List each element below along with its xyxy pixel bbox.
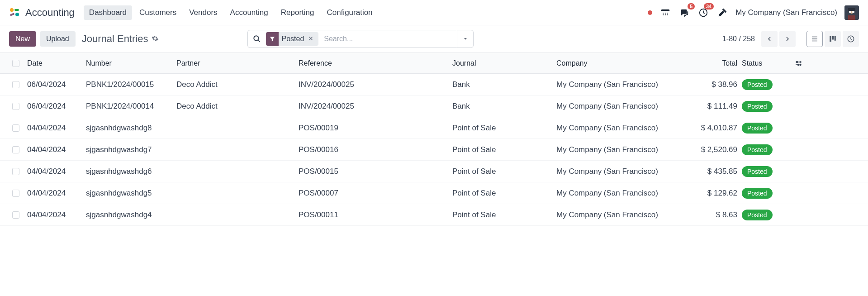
menu-item-reporting[interactable]: Reporting	[275, 5, 320, 20]
table-row[interactable]: 06/04/2024 PBNK1/2024/00014 Deco Addict …	[0, 95, 868, 117]
status-badge: Posted	[742, 144, 773, 155]
cell-company: My Company (San Francisco)	[556, 189, 688, 198]
th-number[interactable]: Number	[86, 59, 176, 67]
row-checkbox[interactable]	[5, 103, 27, 110]
company-selector[interactable]: My Company (San Francisco)	[735, 8, 837, 17]
status-badge: Posted	[742, 101, 773, 112]
search-bar: Posted	[247, 30, 474, 48]
pager-text[interactable]: 1-80 / 258	[722, 35, 755, 43]
cell-number: sjgasnhdgwashdg6	[86, 167, 176, 176]
cell-total: $ 4,010.87	[688, 124, 742, 133]
menu-item-customers[interactable]: Customers	[134, 5, 182, 20]
status-badge: Posted	[742, 79, 773, 90]
table-row[interactable]: 04/04/2024 sjgasnhdgwashdg5 POS/00007 Po…	[0, 182, 868, 204]
cell-company: My Company (San Francisco)	[556, 124, 688, 133]
pager-next-button[interactable]	[779, 31, 796, 47]
cell-reference: INV/2024/00025	[299, 102, 452, 111]
status-badge: Posted	[742, 210, 773, 220]
th-company[interactable]: Company	[556, 59, 688, 67]
new-button[interactable]: New	[9, 31, 36, 47]
cell-number: sjgasnhdgwashdg8	[86, 124, 176, 133]
th-partner[interactable]: Partner	[176, 59, 299, 67]
gear-icon[interactable]	[152, 33, 159, 45]
filter-chip-close-icon[interactable]	[307, 35, 315, 43]
view-list-button[interactable]	[806, 31, 823, 47]
cell-status: Posted	[742, 144, 787, 155]
cell-reference: INV/2024/00025	[299, 80, 452, 89]
app-title[interactable]: Accounting	[25, 7, 75, 19]
cell-number: PBNK1/2024/00014	[86, 102, 176, 111]
table-row[interactable]: 04/04/2024 sjgasnhdgwashdg6 POS/00015 Po…	[0, 161, 868, 182]
menu-item-accounting[interactable]: Accounting	[225, 5, 274, 20]
row-checkbox[interactable]	[5, 124, 27, 132]
cell-company: My Company (San Francisco)	[556, 102, 688, 111]
cell-journal: Point of Sale	[452, 189, 556, 198]
cell-date: 04/04/2024	[27, 124, 86, 133]
row-checkbox[interactable]	[5, 211, 27, 219]
menu-item-vendors[interactable]: Vendors	[184, 5, 223, 20]
cell-number: sjgasnhdgwashdg4	[86, 210, 176, 220]
th-journal[interactable]: Journal	[452, 59, 556, 67]
th-reference[interactable]: Reference	[299, 59, 452, 67]
messages-icon[interactable]: 5	[678, 7, 690, 19]
row-checkbox[interactable]	[5, 190, 27, 197]
cell-journal: Bank	[452, 80, 556, 89]
phone-icon[interactable]	[659, 7, 671, 19]
th-date[interactable]: Date	[27, 59, 86, 67]
cell-date: 06/04/2024	[27, 80, 86, 89]
svg-rect-12	[830, 36, 831, 42]
header-checkbox[interactable]	[5, 60, 27, 67]
view-activity-button[interactable]	[843, 31, 859, 47]
th-status[interactable]: Status	[742, 59, 787, 67]
columns-settings-icon[interactable]	[787, 59, 810, 67]
cell-status: Posted	[742, 101, 787, 112]
cell-journal: Point of Sale	[452, 145, 556, 154]
cell-status: Posted	[742, 188, 787, 199]
menu-item-configuration[interactable]: Configuration	[321, 5, 378, 20]
th-total[interactable]: Total	[688, 59, 742, 67]
pager-prev-button[interactable]	[761, 31, 778, 47]
cell-date: 04/04/2024	[27, 167, 86, 176]
search-dropdown-toggle[interactable]	[457, 30, 473, 48]
row-checkbox[interactable]	[5, 146, 27, 153]
funnel-icon[interactable]	[266, 32, 279, 46]
cell-total: $ 129.62	[688, 189, 742, 198]
cell-date: 04/04/2024	[27, 189, 86, 198]
view-title: Journal Entries	[82, 33, 159, 45]
table-row[interactable]: 06/04/2024 PBNK1/2024/00015 Deco Addict …	[0, 74, 868, 95]
topbar-right: 5 34 My Company (San Francisco)	[648, 5, 859, 20]
view-kanban-button[interactable]	[825, 31, 841, 47]
cell-date: 06/04/2024	[27, 102, 86, 111]
cell-status: Posted	[742, 79, 787, 90]
cell-partner: Deco Addict	[176, 102, 299, 111]
status-dot-icon[interactable]	[648, 10, 652, 15]
status-badge: Posted	[742, 188, 773, 199]
menu-item-dashboard[interactable]: Dashboard	[84, 5, 132, 20]
cell-date: 04/04/2024	[27, 145, 86, 154]
svg-point-18	[797, 61, 798, 62]
search-icon[interactable]	[248, 30, 266, 48]
svg-rect-8	[849, 11, 851, 13]
svg-rect-10	[848, 15, 855, 20]
cell-number: sjgasnhdgwashdg5	[86, 189, 176, 198]
table-row[interactable]: 04/04/2024 sjgasnhdgwashdg7 POS/00016 Po…	[0, 139, 868, 161]
search-input[interactable]	[321, 30, 457, 48]
cell-total: $ 8.63	[688, 210, 742, 220]
cell-company: My Company (San Francisco)	[556, 145, 688, 154]
svg-rect-14	[835, 36, 836, 41]
svg-rect-9	[852, 11, 854, 13]
status-badge: Posted	[742, 123, 773, 134]
activities-icon[interactable]: 34	[697, 7, 709, 19]
row-checkbox[interactable]	[5, 168, 27, 175]
cell-journal: Point of Sale	[452, 167, 556, 176]
row-checkbox[interactable]	[5, 81, 27, 88]
table-row[interactable]: 04/04/2024 sjgasnhdgwashdg4 POS/00011 Po…	[0, 204, 868, 226]
svg-rect-0	[10, 8, 14, 12]
tools-icon[interactable]	[716, 7, 728, 19]
table-row[interactable]: 04/04/2024 sjgasnhdgwashdg8 POS/00019 Po…	[0, 117, 868, 139]
user-avatar[interactable]	[844, 5, 859, 20]
cell-number: PBNK1/2024/00015	[86, 80, 176, 89]
app-logo-icon[interactable]	[9, 7, 20, 18]
upload-button[interactable]: Upload	[40, 31, 76, 47]
cell-total: $ 38.96	[688, 80, 742, 89]
